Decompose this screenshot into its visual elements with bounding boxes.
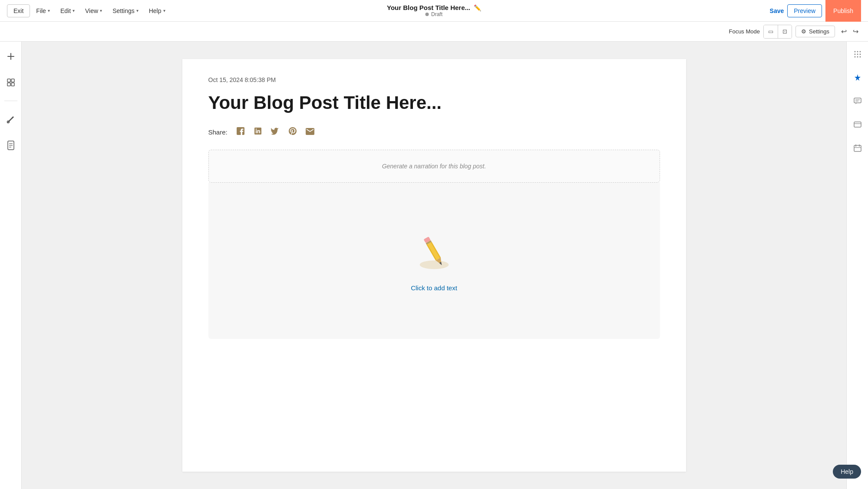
view-chevron-icon: ▾ <box>100 8 102 13</box>
svg-point-26 <box>857 56 858 58</box>
exit-button[interactable]: Exit <box>7 4 30 17</box>
focus-mode-toggle-left[interactable]: ▭ <box>764 25 778 38</box>
canvas-area: Oct 15, 2024 8:05:38 PM Your Blog Post T… <box>22 42 846 489</box>
draft-dot-icon <box>426 13 429 16</box>
svg-point-21 <box>859 51 861 53</box>
focus-mode-label: Focus Mode <box>729 28 760 35</box>
preview-button[interactable]: Preview <box>787 4 822 17</box>
main-layout: Oct 15, 2024 8:05:38 PM Your Blog Post T… <box>0 42 868 489</box>
click-to-add-text[interactable]: Click to add text <box>411 284 457 292</box>
nav-right: Save Preview Publish <box>770 0 861 22</box>
share-icons <box>236 127 314 138</box>
edit-chevron-icon: ▾ <box>73 8 75 13</box>
focus-mode-toggle-group: ▭ ⊡ <box>763 25 792 39</box>
svg-point-19 <box>854 51 855 53</box>
layout-icon[interactable] <box>3 75 19 90</box>
page-content: Oct 15, 2024 8:05:38 PM Your Blog Post T… <box>182 59 686 472</box>
svg-rect-28 <box>854 98 861 103</box>
narration-placeholder: Generate a narration for this blog post. <box>382 163 486 170</box>
second-toolbar: Focus Mode ▭ ⊡ ⚙ Settings ↩ ↪ <box>0 22 868 42</box>
svg-point-24 <box>859 54 861 55</box>
publish-button[interactable]: Publish <box>825 0 861 22</box>
right-sidebar <box>846 42 868 489</box>
content-editor-box[interactable]: Click to add text <box>208 183 660 339</box>
left-sidebar <box>0 42 22 489</box>
share-label: Share: <box>208 128 228 136</box>
undo-redo-group: ↩ ↪ <box>838 26 861 37</box>
svg-rect-4 <box>7 83 10 86</box>
help-chevron-icon: ▾ <box>163 8 165 13</box>
help-menu[interactable]: Help ▾ <box>145 5 170 17</box>
nav-left: Exit File ▾ Edit ▾ View ▾ Settings ▾ Hel… <box>7 4 170 17</box>
svg-point-23 <box>857 54 858 55</box>
svg-point-11 <box>419 260 449 269</box>
svg-rect-14 <box>426 242 440 260</box>
file-chevron-icon: ▾ <box>48 8 50 13</box>
calendar-icon[interactable] <box>850 141 865 155</box>
svg-point-25 <box>854 56 855 58</box>
pinterest-icon[interactable] <box>288 127 297 138</box>
grid-dots-icon[interactable] <box>850 47 865 62</box>
page-icon[interactable] <box>3 138 19 153</box>
gear-icon: ⚙ <box>801 28 806 35</box>
post-title[interactable]: Your Blog Post Title Here... <box>208 92 660 114</box>
settings-menu[interactable]: Settings ▾ <box>108 5 143 17</box>
file-menu[interactable]: File ▾ <box>32 5 54 17</box>
focus-mode-toggle-right[interactable]: ⊡ <box>778 25 792 38</box>
svg-rect-3 <box>11 79 14 82</box>
linkedin-icon[interactable] <box>254 127 262 138</box>
post-date: Oct 15, 2024 8:05:38 PM <box>208 76 660 83</box>
redo-button[interactable]: ↪ <box>850 26 861 37</box>
svg-rect-5 <box>11 83 14 86</box>
nav-center: Your Blog Post Title Here... ✏️ Draft <box>387 4 481 17</box>
svg-point-27 <box>859 56 861 58</box>
save-button[interactable]: Save <box>770 7 784 14</box>
draft-badge: Draft <box>426 11 442 17</box>
narration-box[interactable]: Generate a narration for this blog post. <box>208 150 660 183</box>
brush-icon[interactable] <box>3 112 19 127</box>
edit-menu[interactable]: Edit ▾ <box>56 5 79 17</box>
facebook-icon[interactable] <box>236 127 245 138</box>
twitter-icon[interactable] <box>271 127 280 138</box>
top-nav: Exit File ▾ Edit ▾ View ▾ Settings ▾ Hel… <box>0 0 868 22</box>
pencil-illustration <box>413 230 456 274</box>
star-sparkle-icon[interactable] <box>850 70 865 85</box>
chat-bubble-icon[interactable] <box>850 94 865 108</box>
svg-rect-33 <box>854 145 861 151</box>
settings-chevron-icon: ▾ <box>136 8 139 13</box>
help-button[interactable]: Help <box>833 465 861 479</box>
edit-title-icon[interactable]: ✏️ <box>474 4 481 11</box>
svg-point-22 <box>854 54 855 55</box>
add-section-icon[interactable] <box>3 49 19 64</box>
title-row: Your Blog Post Title Here... ✏️ <box>387 4 481 11</box>
share-row: Share: <box>208 127 660 138</box>
email-icon[interactable] <box>306 127 314 137</box>
view-menu[interactable]: View ▾ <box>81 5 106 17</box>
settings-toolbar-button[interactable]: ⚙ Settings <box>795 26 835 37</box>
card-rect-icon[interactable] <box>850 117 865 132</box>
svg-rect-2 <box>7 79 10 82</box>
svg-point-20 <box>857 51 858 53</box>
svg-rect-31 <box>854 122 861 127</box>
sidebar-divider <box>4 101 17 101</box>
undo-button[interactable]: ↩ <box>838 26 849 37</box>
document-title: Your Blog Post Title Here... <box>387 4 470 11</box>
